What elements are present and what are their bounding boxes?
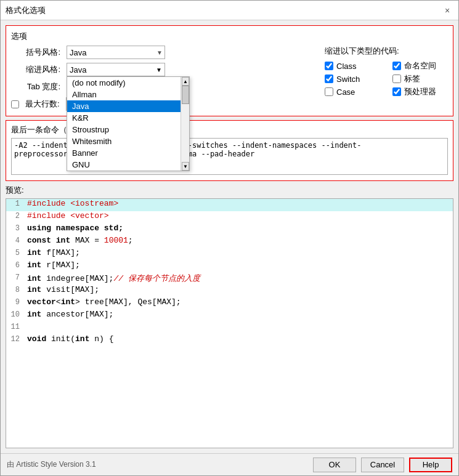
scroll-up-btn[interactable]: ▲ <box>182 77 189 86</box>
line-num-4: 4 <box>6 236 25 245</box>
code-line-10: 10 int ancestor[MAX]; <box>6 310 453 322</box>
line-num-2: 2 <box>6 211 25 220</box>
indent-style-dropdown-container: Java ▼ (do not modify) Allman Java <box>67 63 165 76</box>
code-content-12: void init(int n) { <box>25 334 113 344</box>
indent-style-row: 缩进风格: Java ▼ (do not modify) <box>11 63 319 76</box>
indent-option-whitesmith[interactable]: Whitesmith <box>67 135 181 147</box>
code-content-5: int f[MAX]; <box>25 248 80 257</box>
code-line-7: 7 int indegree[MAX];// 保存每个节点的入度 <box>6 273 453 285</box>
indent-option-gnu[interactable]: GNU <box>67 159 181 171</box>
code-content-9: vector<int> tree[MAX], Qes[MAX]; <box>25 297 181 307</box>
indent-popup-scrollbar: ▲ ▼ <box>181 77 189 171</box>
close-button[interactable]: × <box>441 4 453 17</box>
code-content-10: int ancestor[MAX]; <box>25 310 113 319</box>
line-num-1: 1 <box>6 199 25 208</box>
code-line-1: 1 #include <iostream> <box>6 199 453 211</box>
help-button[interactable]: Help <box>409 458 452 472</box>
brace-style-row: 括号风格: Java ▼ <box>11 46 319 59</box>
code-line-5: 5 int f[MAX]; <box>6 248 453 260</box>
code-line-12: 12 void init(int n) { <box>6 334 453 347</box>
code-line-8: 8 int visit[MAX]; <box>6 285 453 297</box>
title-bar: 格式化选项 × <box>1 1 458 20</box>
preview-section: 预览: 1 #include <iostream> 2 #include <ve… <box>6 185 453 448</box>
options-section: 选项 括号风格: Java ▼ <box>6 25 453 116</box>
indent-switch-item: Switch <box>325 73 380 84</box>
code-content-4: const int MAX = 10001; <box>25 236 133 245</box>
code-line-4: 4 const int MAX = 10001; <box>6 236 453 248</box>
indent-option-kr[interactable]: K&R <box>67 112 181 124</box>
line-num-11: 11 <box>6 322 25 331</box>
line-num-8: 8 <box>6 285 25 294</box>
dialog-title: 格式化选项 <box>6 5 46 16</box>
preview-label: 预览: <box>6 185 453 196</box>
indent-types-column: 缩进以下类型的代码: Class 命名空间 Switch <box>325 46 448 111</box>
dialog: 格式化选项 × 选项 括号风格: Java ▼ <box>0 0 459 476</box>
scroll-thumb[interactable] <box>182 86 189 104</box>
dialog-body: 选项 括号风格: Java ▼ <box>1 20 458 453</box>
indent-option-allman[interactable]: Allman <box>67 89 181 100</box>
line-num-5: 5 <box>6 248 25 257</box>
code-content-8: int visit[MAX]; <box>25 285 99 294</box>
options-label: 选项 <box>11 31 448 42</box>
code-content-2: #include <vector> <box>25 211 109 220</box>
indent-types-title: 缩进以下类型的代码: <box>325 46 448 57</box>
code-line-11: 11 <box>6 322 453 334</box>
max-line-label: 最大行数: <box>25 99 60 110</box>
code-content-7: int indegree[MAX];// 保存每个节点的入度 <box>25 273 200 284</box>
line-num-6: 6 <box>6 260 25 270</box>
indent-case-checkbox[interactable] <box>325 87 333 96</box>
indent-style-options: (do not modify) Allman Java K&R Stroustr… <box>67 77 181 171</box>
indent-class-checkbox[interactable] <box>325 62 333 70</box>
indent-option-stroustrup[interactable]: Stroustrup <box>67 124 181 135</box>
scroll-down-btn[interactable]: ▼ <box>182 162 189 171</box>
credit-text: 由 Artistic Style Version 3.1 <box>7 459 96 470</box>
max-line-checkbox[interactable] <box>11 100 19 108</box>
button-group: OK Cancel Help <box>313 458 452 472</box>
line-num-9: 9 <box>6 297 25 307</box>
code-content-6: int r[MAX]; <box>25 260 80 270</box>
indent-style-value: Java <box>70 65 86 75</box>
tab-width-label: Tab 宽度: <box>11 81 60 92</box>
indent-style-popup: (do not modify) Allman Java K&R Stroustr… <box>67 76 190 171</box>
indent-style-arrow: ▼ <box>156 67 162 73</box>
line-num-7: 7 <box>6 273 25 282</box>
code-line-3: 3 using namespace std; <box>6 224 453 236</box>
cancel-button[interactable]: Cancel <box>361 458 404 472</box>
indent-class-item: Class <box>325 60 380 71</box>
indent-preprocessor-label: 预处理器 <box>404 86 436 97</box>
indent-namespace-checkbox[interactable] <box>392 62 401 70</box>
indent-tag-item: 标签 <box>392 73 448 84</box>
code-content-1: #include <iostream> <box>25 199 118 208</box>
brace-style-label: 括号风格: <box>11 47 60 58</box>
indent-preprocessor-checkbox[interactable] <box>392 87 401 96</box>
code-line-2: 2 #include <vector> <box>6 211 453 224</box>
ok-button[interactable]: OK <box>313 458 356 472</box>
indent-style-label: 缩进风格: <box>11 64 60 75</box>
indent-tag-checkbox[interactable] <box>392 75 401 83</box>
brace-style-select[interactable]: Java <box>67 46 165 59</box>
line-num-12: 12 <box>6 334 25 344</box>
indent-option-do-not-modify[interactable]: (do not modify) <box>67 77 181 89</box>
line-num-10: 10 <box>6 310 25 319</box>
indent-namespace-label: 命名空间 <box>404 60 436 71</box>
code-line-9: 9 vector<int> tree[MAX], Qes[MAX]; <box>6 297 453 310</box>
indent-namespace-item: 命名空间 <box>392 60 448 71</box>
indent-tag-label: 标签 <box>404 73 420 84</box>
indent-option-java[interactable]: Java <box>67 100 181 112</box>
line-num-3: 3 <box>6 224 25 233</box>
preview-box[interactable]: 1 #include <iostream> 2 #include <vector… <box>6 198 453 448</box>
indent-types-grid: Class 命名空间 Switch 标签 <box>325 60 448 97</box>
indent-preprocessor-item: 预处理器 <box>392 86 448 97</box>
code-content-3: using namespace std; <box>25 224 123 233</box>
brace-style-dropdown[interactable]: Java ▼ <box>67 46 165 59</box>
indent-case-label: Case <box>336 87 355 97</box>
bottom-bar: 由 Artistic Style Version 3.1 OK Cancel H… <box>1 453 458 475</box>
indent-case-item: Case <box>325 86 380 97</box>
indent-class-label: Class <box>336 62 357 71</box>
indent-style-input[interactable]: Java ▼ <box>67 63 165 76</box>
indent-switch-checkbox[interactable] <box>325 75 333 83</box>
indent-switch-label: Switch <box>336 75 360 84</box>
code-line-6: 6 int r[MAX]; <box>6 260 453 273</box>
indent-option-banner[interactable]: Banner <box>67 147 181 159</box>
